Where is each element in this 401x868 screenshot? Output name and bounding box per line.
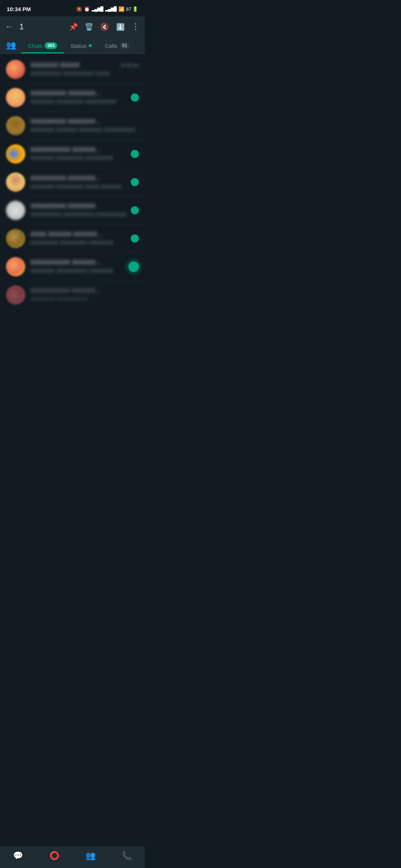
chat-content: XXXXXXX XXXXX 10:30 pm XXXXXXXXX XXXXXXX… bbox=[30, 62, 139, 77]
calls-badge: 51 bbox=[120, 42, 130, 49]
chat-preview: XXXXXXXXX XXXXXXXXX XXXX bbox=[30, 70, 110, 76]
chat-preview: XXXXXXX XXXXXXXXX bbox=[30, 296, 87, 302]
battery-value: 87 bbox=[126, 6, 131, 12]
chat-top: XXXXXXX XXXXX 10:30 pm bbox=[30, 62, 139, 69]
chat-time: 10:30 pm bbox=[120, 63, 139, 68]
battery-indicator: 87 🔋 bbox=[126, 6, 138, 12]
tab-calls-label: Calls bbox=[105, 43, 117, 49]
chat-item[interactable]: XXXXXXX XXXXX 10:30 pm XXXXXXXXX XXXXXXX… bbox=[0, 55, 145, 83]
avatar bbox=[6, 60, 25, 79]
unread-badge bbox=[131, 178, 139, 186]
mute-icon: 🔕 bbox=[76, 6, 82, 12]
status-time: 10:34 PM bbox=[7, 6, 31, 12]
community-icon[interactable]: 👥 bbox=[6, 40, 16, 50]
chat-preview: XXXXXXX XXXXXXXX XXXX XXXXXX bbox=[30, 184, 121, 190]
wifi-icon: 📶 bbox=[118, 6, 124, 12]
chat-content: XXXXXXXXX XXXXXXX XXXXXXXXX XXXXXXXXX XX… bbox=[30, 203, 125, 218]
chat-item[interactable]: XXXXXXXXXX XXXXXXXXXX XXXXXXX XXXXXXXXX … bbox=[0, 253, 145, 281]
unread-badge-large bbox=[128, 262, 139, 272]
chat-item[interactable]: XXXXXXXXX XXXXXXX XXXXXXXXX XXXXXXXXX XX… bbox=[0, 196, 145, 224]
back-button[interactable]: ← bbox=[5, 22, 13, 32]
alarm-icon: ⏰ bbox=[84, 6, 90, 12]
action-icons-group: 📌 🗑️ 🔇 ⬆️ ⋮ bbox=[69, 22, 140, 32]
chat-name: XXXXXXXXX XXXXXXX bbox=[30, 203, 95, 210]
chat-top: XXXXXXXXXX XXXXXXXXXX XXXX bbox=[30, 147, 125, 153]
more-options-button[interactable]: ⋮ bbox=[131, 22, 140, 32]
avatar bbox=[6, 172, 25, 192]
avatar bbox=[6, 116, 25, 135]
chat-preview: XXXXXXX XXXXXX XXXXXXX XXXXXXXXX bbox=[30, 127, 135, 133]
chat-item[interactable]: XXXXXXXXX XXXXXXXXX 🎭 XXXXXXX XXXXXXXX X… bbox=[0, 168, 145, 196]
avatar bbox=[6, 88, 25, 107]
chat-name: XXXXXXXXXX XXXXXXXXXX bbox=[30, 259, 105, 266]
avatar bbox=[6, 144, 25, 164]
tab-status-label: Status bbox=[71, 43, 87, 49]
chat-name: XXXXXXXXX XXXXXXXXX 🎭 bbox=[30, 175, 105, 182]
mute-button[interactable]: 🔇 bbox=[100, 23, 109, 31]
chat-preview: XXXXXXX XXXXXXXXX XXXXXXX bbox=[30, 268, 113, 274]
battery-icon: 🔋 bbox=[132, 6, 138, 12]
chat-item[interactable]: XXXXXXXXXX XXXXXXXXXX XXXX XXXXXXX XXXXX… bbox=[0, 140, 145, 168]
unread-badge bbox=[131, 93, 139, 102]
chat-preview: XXXXXXXX XXXXXXXX XXXXXXX bbox=[30, 240, 113, 246]
unread-badge bbox=[131, 234, 139, 243]
signal-icon-2: ▂▄▆█ bbox=[105, 6, 117, 11]
chat-content: XXXXXXXXXX XXXXXXXXXX XXXXXXX XXXXXXXXX … bbox=[30, 259, 123, 274]
chat-top: XXXXXXXXXX XXXXXXXXXX bbox=[30, 287, 139, 294]
chat-preview: XXXXXXXXX XXXXXXXXX XXXXXXXXX bbox=[30, 211, 127, 217]
chat-preview: XXXXXXX XXXXXXXX XXXXXXXX bbox=[30, 155, 113, 161]
chat-item[interactable]: XXXXXXXXXX XXXXXXXXXX XXXXXXX XXXXXXXXX bbox=[0, 281, 145, 309]
chat-name: XXXX XXXXXX XXXXXXXX XXXXXXX bbox=[30, 231, 105, 238]
chat-item[interactable]: XXXX XXXXXX XXXXXXXX XXXXXXX XXXXXXXX XX… bbox=[0, 224, 145, 253]
chat-top: XXXXXXXXX XXXXXXXXX XXXX bbox=[30, 118, 139, 125]
status-bar: 10:34 PM 🔕 ⏰ ▂▄▆█ ▂▄▆█ 📶 87 🔋 bbox=[0, 0, 145, 16]
chat-item[interactable]: XXXXXXXXX XXXXXXXXX XXXX XXXXXXX XXXXXX … bbox=[0, 112, 145, 140]
chat-preview: XXXXXXX XXXXXXXX XXXXXXXXX bbox=[30, 99, 117, 105]
chat-name: XXXXXXX XXXXX bbox=[30, 62, 80, 69]
chat-top: XXXXXXXXX XXXXXXXXXX XXXXXXX bbox=[30, 90, 125, 97]
chat-item[interactable]: XXXXXXXXX XXXXXXXXXX XXXXXXX XXXXXXX XXX… bbox=[0, 83, 145, 112]
unread-badge bbox=[131, 150, 139, 158]
delete-button[interactable]: 🗑️ bbox=[85, 23, 94, 31]
chat-top: XXXXXXXXX XXXXXXXXX 🎭 bbox=[30, 175, 125, 182]
chat-name: XXXXXXXXX XXXXXXXXX XXXX bbox=[30, 118, 105, 125]
status-dot bbox=[89, 44, 92, 47]
chat-top: XXXXXXXXX XXXXXXX bbox=[30, 203, 125, 210]
chat-name: XXXXXXXXXX XXXXXXXXXX XXXX bbox=[30, 147, 105, 153]
chat-top: XXXXXXXXXX XXXXXXXXXX bbox=[30, 259, 123, 266]
chat-content: XXXX XXXXXX XXXXXXXX XXXXXXX XXXXXXXX XX… bbox=[30, 231, 125, 246]
unread-badge bbox=[131, 206, 139, 214]
chats-badge: 383 bbox=[45, 42, 57, 49]
chat-content: XXXXXXXXXX XXXXXXXXXX XXXXXXX XXXXXXXXX bbox=[30, 287, 139, 302]
chat-content: XXXXXXXXX XXXXXXXXXX XXXXXXX XXXXXXX XXX… bbox=[30, 90, 125, 105]
tab-calls[interactable]: Calls 51 bbox=[98, 37, 137, 53]
status-icons: 🔕 ⏰ ▂▄▆█ ▂▄▆█ 📶 87 🔋 bbox=[76, 6, 138, 12]
tab-status[interactable]: Status bbox=[64, 37, 98, 53]
archive-button[interactable]: ⬆️ bbox=[116, 23, 125, 31]
chat-name: XXXXXXXXX XXXXXXXXXX XXXXXXX bbox=[30, 90, 105, 97]
avatar bbox=[6, 201, 25, 220]
chat-content: XXXXXXXXX XXXXXXXXX XXXX XXXXXXX XXXXXX … bbox=[30, 118, 139, 133]
chat-content: XXXXXXXXX XXXXXXXXX 🎭 XXXXXXX XXXXXXXX X… bbox=[30, 175, 125, 190]
pin-button[interactable]: 📌 bbox=[69, 23, 78, 31]
tab-chats-label: Chats bbox=[28, 43, 42, 49]
tab-chats[interactable]: Chats 383 bbox=[21, 37, 64, 53]
chat-list: XXXXXXX XXXXX 10:30 pm XXXXXXXXX XXXXXXX… bbox=[0, 54, 145, 309]
avatar bbox=[6, 285, 25, 305]
chat-name: XXXXXXXXXX XXXXXXXXXX bbox=[30, 287, 105, 294]
chat-content: XXXXXXXXXX XXXXXXXXXX XXXX XXXXXXX XXXXX… bbox=[30, 147, 125, 161]
signal-icon-1: ▂▄▆█ bbox=[92, 6, 103, 11]
action-bar: ← 1 📌 🗑️ 🔇 ⬆️ ⋮ bbox=[0, 16, 145, 37]
avatar bbox=[6, 229, 25, 248]
chat-top: XXXX XXXXXX XXXXXXXX XXXXXXX bbox=[30, 231, 125, 238]
tab-bar: 👥 Chats 383 Status Calls 51 bbox=[0, 37, 145, 54]
avatar bbox=[6, 257, 25, 276]
selection-count: 1 bbox=[19, 22, 63, 32]
